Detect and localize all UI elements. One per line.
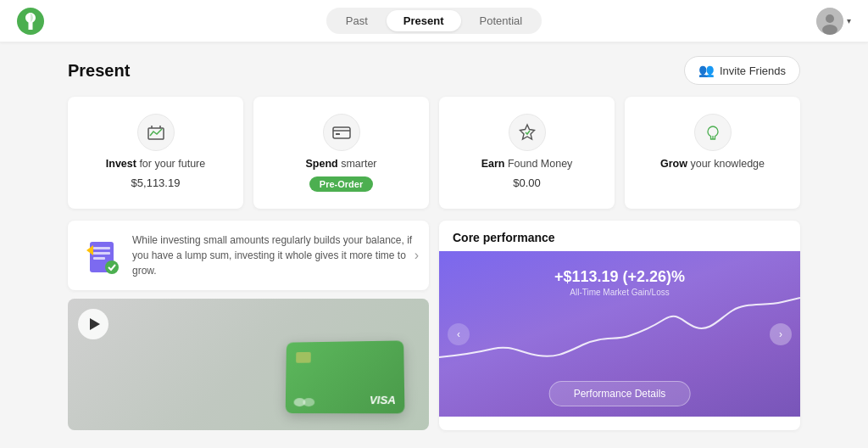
tab-potential[interactable]: Potential bbox=[463, 10, 540, 31]
main-content: Present 👥 Invite Friends Invest for your… bbox=[0, 42, 868, 448]
page-title: Present bbox=[68, 61, 130, 81]
earn-value: $0.00 bbox=[513, 176, 541, 189]
tip-card[interactable]: While investing small amounts regularly … bbox=[68, 221, 429, 290]
nav-tabs: Past Present Potential bbox=[326, 8, 542, 34]
svg-point-2 bbox=[826, 14, 834, 23]
svg-rect-12 bbox=[93, 247, 110, 249]
tab-present[interactable]: Present bbox=[387, 10, 461, 31]
tip-text: While investing small amounts regularly … bbox=[132, 232, 415, 278]
spend-icon bbox=[323, 114, 360, 151]
gain-label: All-Time Market Gain/Loss bbox=[554, 288, 685, 297]
invest-icon bbox=[137, 114, 175, 151]
performance-chart: ‹ › +$113.19 (+2.26)% All-Time Market Ga… bbox=[439, 251, 800, 417]
svg-rect-9 bbox=[336, 133, 340, 135]
invest-label: Invest for your future bbox=[106, 158, 205, 170]
avatar-circle bbox=[816, 8, 843, 35]
top-nav: Past Present Potential ▾ bbox=[0, 0, 868, 42]
invite-friends-button[interactable]: 👥 Invite Friends bbox=[684, 56, 800, 85]
gain-amount: +$113.19 (+2.26)% bbox=[554, 268, 685, 286]
play-button[interactable] bbox=[78, 309, 108, 339]
bottom-row: While investing small amounts regularly … bbox=[68, 221, 800, 430]
earn-icon bbox=[509, 114, 546, 151]
invest-card[interactable]: Invest for your future $5,113.19 bbox=[68, 97, 243, 209]
tip-chevron-icon: › bbox=[415, 248, 419, 263]
grow-icon bbox=[694, 114, 732, 151]
cards-row: Invest for your future $5,113.19 Spend s… bbox=[68, 97, 800, 209]
spend-label: Spend smarter bbox=[305, 158, 376, 170]
svg-point-3 bbox=[822, 25, 837, 35]
grow-label: Grow your knowledge bbox=[660, 158, 765, 170]
pre-order-badge: Pre-Order bbox=[309, 176, 373, 192]
app-logo[interactable] bbox=[17, 8, 44, 35]
left-column: While investing small amounts regularly … bbox=[68, 221, 429, 430]
invite-icon: 👥 bbox=[698, 63, 715, 78]
svg-rect-13 bbox=[93, 252, 110, 255]
earn-card[interactable]: Earn Found Money $0.00 bbox=[439, 97, 615, 209]
performance-card: Core performance ‹ › +$113.19 (+2.26)% A… bbox=[439, 221, 800, 430]
page-header: Present 👥 Invite Friends bbox=[68, 56, 800, 85]
card-chip bbox=[296, 352, 311, 363]
user-avatar[interactable]: ▾ bbox=[816, 8, 851, 35]
svg-rect-7 bbox=[333, 127, 350, 138]
invite-label: Invite Friends bbox=[720, 64, 786, 77]
performance-gain: +$113.19 (+2.26)% All-Time Market Gain/L… bbox=[554, 268, 685, 297]
tab-past[interactable]: Past bbox=[329, 10, 385, 31]
tip-illustration bbox=[81, 235, 122, 276]
video-card[interactable]: VISA bbox=[68, 299, 429, 430]
spend-card[interactable]: Spend smarter Pre-Order bbox=[253, 97, 429, 209]
avatar-chevron: ▾ bbox=[847, 16, 851, 25]
visa-logo: VISA bbox=[370, 394, 396, 406]
play-icon bbox=[90, 318, 100, 330]
performance-title: Core performance bbox=[439, 221, 800, 251]
earn-label: Earn Found Money bbox=[481, 158, 573, 170]
credit-card-illustration: VISA bbox=[286, 340, 405, 413]
grow-card[interactable]: Grow your knowledge bbox=[625, 97, 800, 209]
performance-details-button[interactable]: Performance Details bbox=[549, 381, 691, 406]
invest-value: $5,113.19 bbox=[131, 176, 181, 189]
chart-nav-left[interactable]: ‹ bbox=[448, 323, 470, 345]
svg-point-15 bbox=[105, 260, 119, 274]
chart-nav-right[interactable]: › bbox=[770, 323, 792, 345]
svg-rect-14 bbox=[93, 257, 105, 260]
